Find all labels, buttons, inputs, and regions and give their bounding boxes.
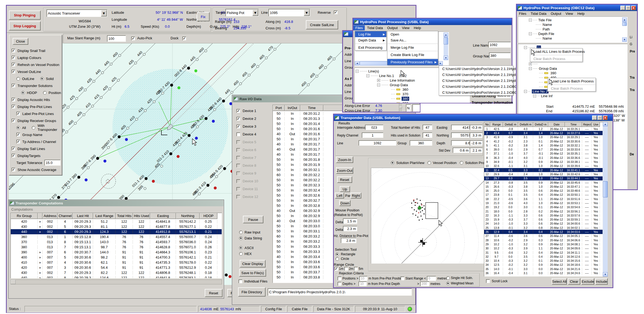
option-label-pre-plot-lines[interactable]: Label Pre-Plot Lines bbox=[12, 110, 61, 117]
table-row[interactable]: 142.5-0.84.01.220-Mar-1216:33:26.1----Ye… bbox=[484, 127, 603, 131]
positions-checkbox[interactable] bbox=[338, 277, 341, 280]
option-displaytargets[interactable]: DisplayTargets bbox=[12, 152, 61, 159]
column-header[interactable]: DeltaE m bbox=[503, 122, 518, 127]
line-select[interactable]: 1095▼ bbox=[268, 9, 310, 16]
close-icon[interactable]: ✕ bbox=[603, 116, 608, 120]
menu-item[interactable]: Clear Batch Process bbox=[530, 56, 582, 62]
menubar-output[interactable]: Output bbox=[549, 11, 563, 16]
column-header[interactable]: Reject bbox=[582, 122, 592, 127]
option-target-tolerance[interactable]: Target Tolerance15.0 bbox=[12, 159, 61, 166]
fix-button[interactable]: Fix bbox=[197, 12, 210, 21]
menu-item[interactable]: Clear Batch Process bbox=[548, 85, 596, 91]
table-row[interactable]: 1822.2-0.53.61.120-Mar-1216:33:51.6----Y… bbox=[484, 197, 603, 201]
column-header[interactable]: Last Range bbox=[93, 213, 116, 219]
exclude-button[interactable]: Exclude bbox=[581, 278, 594, 285]
menubar-help[interactable]: Help bbox=[412, 25, 423, 30]
raw-input-radio[interactable]: Raw Input bbox=[239, 230, 260, 234]
device-checkbox-device-11[interactable]: Device 11 bbox=[236, 185, 272, 193]
table-row[interactable]: 420»007309:20:30.654.49191414771.3557621… bbox=[11, 265, 222, 270]
device-checkbox-device-3[interactable]: Device 3 bbox=[236, 123, 272, 130]
file-directory-field[interactable]: C:\Program Files\Hydro Projects\HydroPos… bbox=[268, 288, 412, 296]
table-row[interactable]: 2315.9-0.33.70.620-Mar-1216:33:59.1----Y… bbox=[484, 218, 603, 222]
table-row[interactable]: 639.00.02.90.720-Mar-1216:33:33.6----Yes bbox=[484, 147, 603, 151]
menu-item[interactable]: C:\Users\All Users\HydroPos\Version 2.1.… bbox=[439, 78, 513, 83]
column-header[interactable]: Address bbox=[43, 213, 58, 219]
option-display-sail-lines[interactable]: Display Sail Lines bbox=[12, 145, 61, 152]
column-header[interactable] bbox=[38, 213, 43, 219]
file-directory-button[interactable]: File Directory bbox=[238, 287, 266, 296]
option-display-snail-trail[interactable]: Display Snail Trail bbox=[12, 47, 61, 54]
menubar-help[interactable]: Help bbox=[575, 11, 587, 16]
usbl-vscroll-thumb[interactable] bbox=[444, 37, 448, 44]
pan-left-button[interactable]: Left bbox=[335, 193, 344, 198]
device-checkbox-device-8[interactable]: Device 8 bbox=[236, 162, 272, 169]
table-row[interactable]: 360013109:15:12.8190.47676414557.4557600… bbox=[11, 234, 222, 239]
close-button[interactable]: Close bbox=[13, 38, 28, 45]
line-field[interactable]: 1092 bbox=[359, 140, 396, 146]
pause-button[interactable]: Pause bbox=[243, 216, 263, 223]
zoom-in-button[interactable]: Zoom-In bbox=[336, 156, 353, 163]
table-row[interactable]: 440»002809:20:29.3124.6122122414841.8557… bbox=[11, 275, 222, 278]
scroll-down-icon[interactable]: ▼ bbox=[622, 37, 627, 42]
table-row[interactable]: 1921.0-0.64.01.020-Mar-1216:33:53.1----Y… bbox=[484, 201, 603, 205]
pan-up-button[interactable]: Up bbox=[340, 186, 350, 192]
single-hit-radio[interactable]: Single Hit Soln. bbox=[446, 276, 473, 280]
column-header[interactable]: Rx Group bbox=[11, 213, 38, 219]
menu-item[interactable]: C:\Users\All Users\HydroPos\Version 2.1.… bbox=[439, 72, 513, 78]
depths-checkbox[interactable] bbox=[338, 282, 341, 286]
tree-group-390[interactable]: 390 bbox=[391, 101, 470, 103]
column-header[interactable]: Channel bbox=[58, 213, 73, 219]
table-row[interactable]: 341.9-0.93.11.020-Mar-1216:33:29.1----Ye… bbox=[484, 135, 603, 139]
scroll-lock-checkbox[interactable]: Scroll Lock bbox=[486, 279, 508, 283]
option-hdop[interactable]: HDOPPosition bbox=[12, 89, 61, 96]
zoom-out-button[interactable]: Zoom-Out bbox=[336, 167, 353, 174]
column-header[interactable]: DeltaN m bbox=[518, 122, 533, 127]
computations-table[interactable]: Rx GroupAddressChannelLast HitLast Range… bbox=[10, 213, 222, 278]
column-header[interactable]: No. bbox=[484, 122, 490, 127]
column-header[interactable]: In/Out bbox=[285, 105, 300, 111]
table-row[interactable]: 1723.80.13.50.420-Mar-1216:33:50.1----Ye… bbox=[484, 193, 603, 197]
stop-logging-button[interactable]: Stop Logging bbox=[9, 21, 41, 30]
column-header[interactable]: Date bbox=[548, 122, 565, 127]
tree-tide-file[interactable]: −Tide File bbox=[529, 18, 627, 22]
weighted-mean-radio[interactable]: Weighted Mean bbox=[446, 281, 473, 285]
menu-item[interactable]: Exit Processing bbox=[355, 44, 386, 50]
menu-item[interactable]: Previously Processed Files▶ bbox=[387, 59, 438, 65]
max-slant-range-field[interactable]: 100 bbox=[107, 35, 126, 42]
option-outline[interactable]: OutLineSolid bbox=[12, 75, 61, 82]
option-laptop-colours[interactable]: Laptop Colours bbox=[12, 54, 61, 61]
table-row[interactable]: 243.40.73.41.420-Mar-1216:33:27.6----Yes bbox=[484, 131, 603, 135]
solutions-table[interactable]: No.RangeDeltaE mDeltaN mDeltaD mDateTime… bbox=[484, 122, 603, 277]
table-row[interactable]: 2612.90.43.40.420-Mar-1216:34:03.6----Ye… bbox=[484, 230, 603, 234]
table-row[interactable]: 430»002709:20:29.382.2122122414806.85576… bbox=[11, 270, 222, 275]
menubar-output[interactable]: Output bbox=[385, 25, 400, 30]
table-row[interactable]: 3412.5-0.23.20.920-Mar-1216:34:18.6----Y… bbox=[484, 263, 603, 267]
obc-tree-upper[interactable]: −Tide FileNamePath−Depth FileName bbox=[518, 16, 628, 43]
device-checkbox-device-6[interactable]: Device 6 bbox=[236, 146, 272, 154]
total-hits-field[interactable]: 47 bbox=[423, 125, 432, 130]
scroll-right-icon[interactable]: ► bbox=[438, 61, 443, 65]
rectangle-radio[interactable]: Rectangle bbox=[335, 252, 355, 256]
tree-depth-file[interactable]: −Depth File bbox=[529, 32, 627, 36]
menubar-view[interactable]: View bbox=[563, 11, 575, 16]
slider[interactable] bbox=[399, 103, 403, 112]
table-row[interactable]: 370013809:15:13.1143.07676414593.7557603… bbox=[11, 239, 222, 245]
table-row[interactable]: 410»007409:20:30.662.19191414735.3557617… bbox=[11, 260, 222, 265]
deltan-field[interactable]: 3.3 m bbox=[470, 132, 483, 138]
pan-right-button[interactable]: Right bbox=[351, 193, 361, 198]
table-row[interactable]: 1526.6-0.33.81.020-Mar-1216:33:47.1----Y… bbox=[484, 184, 603, 189]
table-row[interactable]: 1229.9-0.42.41.020-Mar-1216:33:42.6----Y… bbox=[484, 172, 603, 176]
tree-path[interactable]: Path bbox=[529, 27, 627, 32]
obc-vscroll-thumb[interactable] bbox=[622, 22, 627, 26]
table-row[interactable]: 2216.3-1.13.30.620-Mar-1216:33:57.6----Y… bbox=[484, 213, 603, 217]
autopick-checkbox[interactable] bbox=[131, 37, 135, 40]
obc-titlebar[interactable]: HydroPos Post Processing (OBC12 Data) _ … bbox=[517, 5, 637, 11]
option-transponder-solutions[interactable]: Transponder Solutions bbox=[12, 82, 61, 89]
column-header[interactable]: Use bbox=[592, 122, 600, 127]
table-row[interactable]: 440»002609:20:29.3124.3122122414912.8557… bbox=[11, 229, 222, 234]
usbl-titlebar[interactable]: HydroPos Post Processing (USBL Data) bbox=[353, 19, 512, 25]
option-vessel-outline[interactable]: Vessel OutLine bbox=[12, 68, 61, 75]
rc-2m-checkbox[interactable] bbox=[344, 267, 348, 271]
dock-checkbox[interactable] bbox=[182, 37, 186, 40]
reverse-checkbox[interactable] bbox=[334, 11, 338, 14]
